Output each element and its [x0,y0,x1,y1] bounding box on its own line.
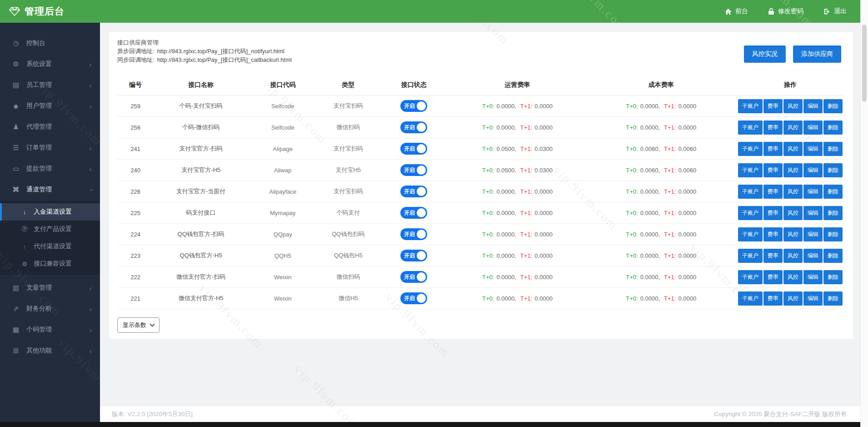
edit-button[interactable]: 编辑 [803,291,823,306]
edit-button[interactable]: 编辑 [803,185,823,199]
subaccount-button[interactable]: 子账户 [738,142,763,156]
status-toggle[interactable]: 开启 [400,164,427,176]
edit-button[interactable]: 编辑 [803,99,823,113]
nav-frontend[interactable]: 前台 [725,7,748,15]
fee-rate-button[interactable]: 费率 [763,142,783,156]
subaccount-button[interactable]: 子账户 [738,291,763,306]
subaccount-button[interactable]: 子账户 [738,121,763,135]
delete-button[interactable]: 删除 [823,185,843,199]
table-row: 222微信支付官方-扫码Weixin微信扫码开启T+0:0.0000,T+1:0… [117,266,845,288]
fee-rate-button[interactable]: 费率 [763,270,783,284]
sidebar-item-personal-code-management[interactable]: ▦个码管理‹ [0,319,100,340]
fee-rate-button[interactable]: 费率 [763,291,783,306]
row-interface-name: 个码-支付宝扫码 [154,95,248,117]
subaccount-button[interactable]: 子账户 [738,99,763,113]
row-interface-name: 支付宝官方-当面付 [154,181,248,202]
status-toggle[interactable]: 开启 [400,292,427,304]
subaccount-button[interactable]: 子账户 [738,227,763,241]
subaccount-button[interactable]: 子账户 [738,249,763,263]
sidebar-item-channel-management[interactable]: ⌘通道管理‹ [0,179,100,200]
edit-button[interactable]: 编辑 [803,227,823,241]
fee-rate-button[interactable]: 费率 [763,185,783,199]
edit-button[interactable]: 编辑 [803,121,823,135]
chevron-left-icon: ‹ [90,347,92,354]
risk-control-button[interactable]: 风控 [783,163,803,177]
risk-control-button[interactable]: 风控 [783,121,803,135]
delete-button[interactable]: 删除 [823,227,843,241]
providers-table: 编号接口名称接口代码类型接口状态运营费率成本费率操作 259个码-支付宝扫码Se… [117,75,845,309]
fee-rate-button[interactable]: 费率 [763,249,783,263]
delete-button[interactable]: 删除 [823,206,843,220]
edit-button[interactable]: 编辑 [803,163,823,177]
sidebar-item-staff-management[interactable]: ▤员工管理‹ [0,75,100,95]
status-toggle[interactable]: 开启 [400,186,427,197]
risk-control-button[interactable]: 风控 [783,142,803,156]
sidebar-item-system-settings[interactable]: ⚙系统设置‹ [0,54,100,75]
sidebar-item-other-functions[interactable]: ⊞其他功能‹ [0,340,100,361]
status-toggle[interactable]: 开启 [400,207,427,219]
nav-logout[interactable]: 退出 [823,7,847,15]
status-toggle[interactable]: 开启 [400,250,427,261]
risk-control-button[interactable]: 风控 [783,249,803,263]
page-size-select[interactable]: 显示条数 [117,317,160,333]
sidebar-item-withdraw-management[interactable]: ▭提款管理‹ [0,158,100,179]
delete-button[interactable]: 删除 [823,121,843,135]
row-id: 226 [117,181,154,202]
delete-button[interactable]: 删除 [823,270,843,284]
delete-button[interactable]: 删除 [823,249,843,263]
delete-button[interactable]: 删除 [823,99,843,113]
subaccount-button[interactable]: 子账户 [738,185,763,199]
risk-status-button[interactable]: 风控实况 [744,45,786,63]
sidebar-item-finance-analysis[interactable]: ⇗财务分析‹ [0,298,100,319]
sidebar-subitem-payout-channel-settings[interactable]: ↑代付渠道设置 [0,238,100,255]
sidebar-item-article-management[interactable]: ▥文章管理‹ [0,277,100,298]
sidebar-item-user-management[interactable]: ☻用户管理‹ [0,95,100,116]
subaccount-button[interactable]: 子账户 [738,206,763,220]
sidebar-subitem-interface-compat-settings[interactable]: ⚙接口兼容设置 [0,255,100,272]
sidebar-item-order-management[interactable]: ☰订单管理‹ [0,137,100,158]
risk-control-button[interactable]: 风控 [783,99,803,113]
status-toggle[interactable]: 开启 [400,271,427,283]
sidebar-item-agent-management[interactable]: ♟代理管理 [0,116,100,137]
nav-change-password[interactable]: 修改密码 [768,7,803,15]
fee-rate-button[interactable]: 费率 [763,227,783,241]
risk-control-button[interactable]: 风控 [783,270,803,284]
edit-button[interactable]: 编辑 [803,249,823,263]
subaccount-button[interactable]: 子账户 [738,270,763,284]
person-icon: ♟ [11,123,21,131]
risk-control-button[interactable]: 风控 [783,206,803,220]
row-actions-cell: 子账户费率风控编辑删除 [736,224,845,245]
fee-rate-button[interactable]: 费率 [763,99,783,113]
fee-rate-button[interactable]: 费率 [763,163,783,177]
rate-t1-label: T+1: [520,274,532,281]
rate-t0-label: T+0: [482,146,494,152]
scrollbar-track[interactable] [860,0,868,427]
fee-rate-button[interactable]: 费率 [763,121,783,135]
sidebar-subitem-deposit-channel-settings[interactable]: ↓入金渠道设置 [0,203,100,221]
sitemap-icon: ⌘ [11,186,21,194]
op-rate-cell: T+0:0.0000,T+1:0.0000 [448,202,586,224]
delete-button[interactable]: 删除 [823,163,843,177]
edit-button[interactable]: 编辑 [803,142,823,156]
risk-control-button[interactable]: 风控 [783,227,803,241]
fee-rate-button[interactable]: 费率 [763,206,783,220]
risk-control-button[interactable]: 风控 [783,291,803,306]
status-toggle[interactable]: 开启 [400,121,427,133]
status-toggle[interactable]: 开启 [400,228,427,240]
add-provider-button[interactable]: 添加供应商 [793,45,841,63]
edit-button[interactable]: 编辑 [803,270,823,284]
delete-button[interactable]: 删除 [823,291,843,306]
risk-control-button[interactable]: 风控 [783,185,803,199]
delete-button[interactable]: 删除 [823,142,843,156]
dashboard-icon: ◷ [11,39,21,47]
subaccount-button[interactable]: 子账户 [738,163,763,177]
status-toggle[interactable]: 开启 [400,100,427,112]
sidebar-item-dashboard[interactable]: ◷控制台 [0,33,100,54]
status-toggle[interactable]: 开启 [400,143,427,155]
row-actions-cell: 子账户费率风控编辑删除 [736,117,845,138]
top-nav: 前台 修改密码 退出 [725,7,847,15]
sidebar-subitem-payment-product-settings[interactable]: Ⓟ支付产品设置 [0,221,100,238]
edit-button[interactable]: 编辑 [803,206,823,220]
rate-t1-label: T+1: [664,146,676,152]
scrollbar-thumb[interactable] [862,25,867,102]
